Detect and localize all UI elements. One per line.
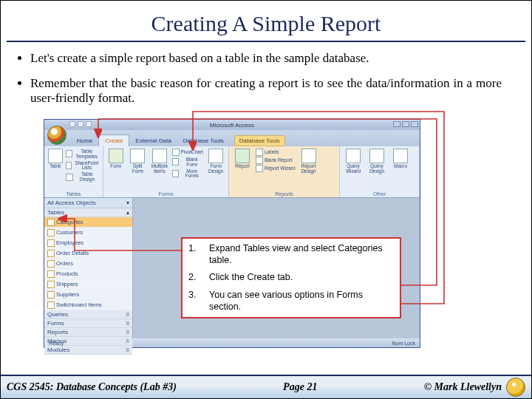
tab-home[interactable]: Home (71, 135, 98, 146)
slide-footer: CGS 2545: Database Concepts (Lab #3) Pag… (1, 375, 531, 398)
report-design-icon (301, 149, 316, 163)
nav-pane-header[interactable]: All Access Objects ▾ (44, 198, 132, 208)
ucf-logo-icon (506, 378, 525, 397)
quick-access-toolbar (69, 121, 92, 127)
table-design-icon (66, 174, 72, 181)
footer-center: Page 21 (283, 381, 317, 393)
nav-item-customers[interactable]: Customers (44, 228, 132, 238)
instruction-row: 1. Expand Tables view and select Categor… (188, 243, 394, 266)
ribbon-group-label: Reports (232, 191, 336, 197)
ribbon-btn-macro[interactable]: Macro (390, 149, 411, 169)
nav-section-modules[interactable]: Modules8 (44, 346, 132, 355)
tab-create[interactable]: Create (98, 134, 129, 146)
step-number: 3. (188, 290, 199, 313)
bullet-item: Remember that the basic reason for creat… (30, 76, 502, 106)
ribbon-group-label: Tables (47, 191, 100, 197)
instruction-row: 2. Click the Create tab. (188, 272, 394, 284)
ribbon-btn-form-design[interactable]: Form Design (206, 149, 225, 174)
ribbon-tabstrip: Home Create External Data Database Tools… (44, 130, 420, 146)
multiple-items-icon (152, 149, 167, 163)
nav-item-switchboard[interactable]: Switchboard Items (44, 300, 132, 310)
window-titlebar: Microsoft Access (44, 120, 420, 130)
ribbon: Table Table Templates SharePoint Lists T… (44, 146, 420, 198)
slide: Creating A Simple Report Let's create a … (0, 0, 532, 399)
ribbon-btn-table-design[interactable]: Table Design (66, 171, 100, 183)
step-number: 2. (188, 272, 199, 284)
ribbon-group-label: Forms (106, 191, 225, 197)
blank-form-icon (172, 158, 180, 166)
app-title: Microsoft Access (210, 122, 254, 129)
instruction-callout: 1. Expand Tables view and select Categor… (181, 237, 401, 318)
footer-left: CGS 2545: Database Concepts (Lab #3) (7, 381, 177, 393)
labels-icon (256, 149, 263, 156)
ribbon-btn-form[interactable]: Form (106, 149, 126, 169)
nav-item-shippers[interactable]: Shippers (44, 279, 132, 290)
status-left: Ready (49, 341, 64, 346)
close-icon[interactable] (411, 121, 418, 127)
table-templates-icon (66, 150, 72, 157)
ribbon-btn-table[interactable]: Table (47, 149, 63, 169)
ribbon-btn-multiple-items[interactable]: Multiple Items (150, 149, 169, 174)
table-icon (48, 149, 63, 163)
report-icon (235, 149, 250, 163)
navigation-pane[interactable]: All Access Objects ▾ Tables▴ Categories … (44, 198, 133, 338)
query-design-icon (369, 149, 384, 163)
chevron-down-icon[interactable]: ▾ (126, 200, 129, 206)
ribbon-group-tables: Table Table Templates SharePoint Lists T… (44, 146, 103, 197)
nav-section-queries[interactable]: Queries8 (44, 310, 132, 319)
nav-item-orders[interactable]: Orders (44, 259, 132, 269)
step-number: 1. (188, 243, 199, 266)
ribbon-group-label: Other (343, 191, 416, 197)
nav-item-categories[interactable]: Categories (44, 217, 132, 228)
ribbon-btn-sharepoint-lists[interactable]: SharePoint Lists (66, 160, 100, 171)
form-design-icon (208, 149, 223, 163)
bullet-item: Let's create a simple report based on a … (30, 51, 502, 66)
maximize-icon[interactable] (402, 121, 409, 127)
macro-icon (393, 149, 408, 163)
ribbon-btn-blank-form[interactable]: Blank Form (172, 157, 204, 168)
ribbon-btn-blank-report[interactable]: Blank Report (256, 157, 296, 164)
collapse-icon[interactable]: ▴ (126, 209, 129, 216)
instruction-row: 3. You can see various options in Forms … (188, 290, 394, 313)
minimize-icon[interactable] (393, 121, 400, 127)
nav-section-tables[interactable]: Tables▴ (44, 208, 132, 217)
sharepoint-icon (66, 162, 72, 169)
window-buttons[interactable] (393, 121, 418, 127)
ribbon-btn-table-templates[interactable]: Table Templates (66, 149, 100, 160)
ribbon-btn-query-wizard[interactable]: Query Wizard (343, 149, 364, 174)
nav-item-products[interactable]: Products (44, 269, 132, 279)
ribbon-btn-report-design[interactable]: Report Design (299, 149, 319, 174)
report-wizard-icon (256, 165, 263, 172)
ribbon-btn-report-wizard[interactable]: Report Wizard (256, 165, 296, 172)
footer-right: © Mark Llewellyn (424, 381, 502, 393)
nav-item-employees[interactable]: Employees (44, 238, 132, 248)
step-text: You can see various options in Forms sec… (209, 290, 394, 313)
split-form-icon (130, 149, 145, 163)
ribbon-btn-report[interactable]: Report (232, 149, 253, 169)
tab-database-tools[interactable]: Database Tools (177, 135, 230, 146)
ribbon-btn-pivotchart[interactable]: PivotChart (172, 149, 204, 156)
ribbon-btn-split-form[interactable]: Split Form (129, 149, 148, 174)
ribbon-btn-labels[interactable]: Labels (256, 149, 296, 156)
form-icon (109, 149, 123, 163)
nav-section-forms[interactable]: Forms8 (44, 319, 132, 328)
nav-item-order-details[interactable]: Order Details (44, 248, 132, 259)
ribbon-group-forms: Form Split Form Multiple Items PivotChar… (103, 146, 229, 197)
nav-item-suppliers[interactable]: Suppliers (44, 290, 132, 300)
query-wizard-icon (346, 149, 361, 163)
nav-section-reports[interactable]: Reports8 (44, 328, 132, 337)
pivotchart-icon (172, 149, 180, 156)
more-forms-icon (172, 170, 179, 177)
contextual-tab-database-tools[interactable]: Database Tools (234, 135, 285, 146)
step-text: Expand Tables view and select Categories… (209, 243, 394, 266)
status-right: Num Lock (392, 341, 415, 346)
ribbon-group-other: Query Wizard Query Design Macro Other (340, 146, 420, 197)
office-button[interactable] (47, 126, 66, 145)
slide-title: Creating A Simple Report (7, 1, 525, 42)
ribbon-btn-query-design[interactable]: Query Design (366, 149, 387, 174)
ribbon-btn-more-forms[interactable]: More Forms (172, 168, 204, 180)
tab-external-data[interactable]: External Data (129, 135, 177, 146)
blank-report-icon (256, 157, 263, 164)
ribbon-group-reports: Report Labels Blank Report Report Wizard… (229, 146, 340, 197)
step-text: Click the Create tab. (209, 272, 394, 284)
